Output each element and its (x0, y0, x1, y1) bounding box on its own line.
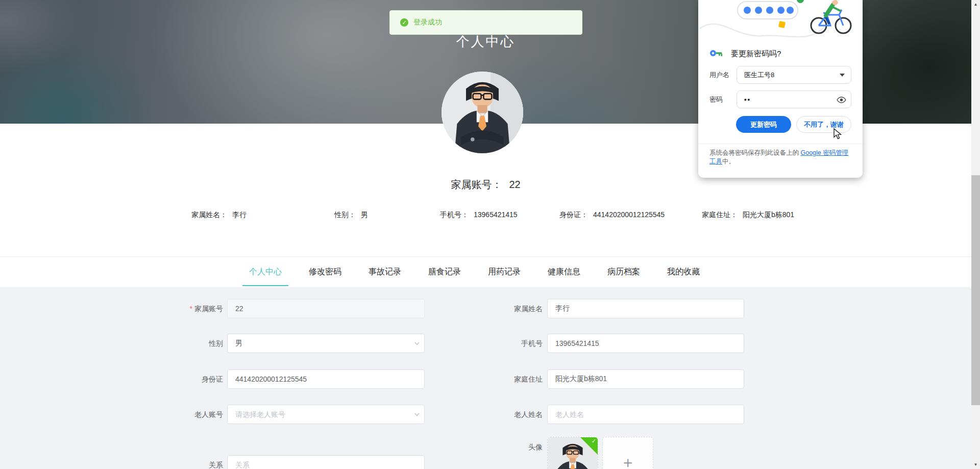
vertical-scrollbar[interactable]: ▲ ▼ (971, 0, 980, 469)
address-input[interactable] (547, 369, 744, 389)
label-relation: 关系 (153, 455, 223, 469)
personal-center-page: 个人中心 ✓ 登录成功 家属账号：22 家属姓名：李行 性别：男 (0, 0, 980, 469)
info-item-phone: 手机号：13965421415 (440, 210, 518, 220)
password-label: 密码 (709, 90, 723, 108)
label-address: 家庭住址 (470, 369, 543, 389)
avatar-portrait (442, 72, 523, 153)
gender-select[interactable] (227, 334, 425, 353)
scroll-up-arrow[interactable]: ▲ (971, 0, 980, 9)
mouse-cursor (834, 128, 843, 139)
label-gender: 性别 (153, 334, 223, 353)
login-success-toast: ✓ 登录成功 (389, 10, 582, 35)
info-item-idcard: 身份证：441420200012125545 (559, 210, 665, 220)
phone-input[interactable] (547, 334, 744, 353)
family-name-input[interactable] (547, 299, 744, 318)
idcard-input[interactable] (227, 369, 425, 389)
elder-name-input[interactable] (547, 405, 744, 424)
label-phone: 手机号 (470, 334, 543, 353)
scroll-down-arrow[interactable]: ▼ (971, 460, 980, 469)
profile-info-bar: 家属姓名：李行 性别：男 手机号：13965421415 身份证：4414202… (0, 210, 971, 221)
tab-accident-records[interactable]: 事故记录 (362, 257, 408, 286)
popup-footer: 系统会将密码保存到此设备上的 Google 密码管理工具中。 (709, 149, 854, 166)
required-asterisk: * (190, 304, 192, 313)
tab-change-password[interactable]: 修改密码 (302, 257, 348, 286)
username-label: 用户名 (709, 66, 729, 84)
chrome-password-update-popup: 要更新密码吗? 用户名 医生工号8 密码 •• 更新密码 不用了，谢谢 系统会将… (698, 0, 863, 178)
password-illustration (698, 0, 863, 41)
key-icon (709, 49, 724, 57)
relation-input[interactable] (227, 455, 425, 469)
success-check-icon: ✓ (400, 18, 408, 27)
popup-title: 要更新密码吗? (731, 49, 781, 59)
dropdown-caret-icon[interactable] (840, 74, 845, 77)
scrollbar-thumb[interactable] (971, 175, 980, 405)
popup-divider (698, 144, 863, 144)
update-password-button[interactable]: 更新密码 (736, 116, 791, 133)
upload-check-icon: ✓ (592, 438, 596, 444)
label-idcard: 身份证 (153, 369, 223, 389)
label-elder-account: 老人账号 (153, 405, 223, 424)
info-item-gender: 性别：男 (334, 210, 368, 220)
uploaded-avatar-thumbnail[interactable]: ✓ (547, 437, 598, 469)
tab-medication-records[interactable]: 用药记录 (481, 257, 527, 286)
tab-personal-center[interactable]: 个人中心 (242, 257, 288, 286)
label-family-name: 家属姓名 (470, 299, 543, 318)
password-field[interactable]: •• (737, 90, 851, 108)
decline-button[interactable]: 不用了，谢谢 (796, 116, 851, 133)
tab-bar: 个人中心 修改密码 事故记录 膳食记录 用药记录 健康信息 病历档案 我的收藏 (242, 257, 720, 287)
tab-health-info[interactable]: 健康信息 (541, 257, 587, 286)
info-item-name: 家属姓名：李行 (191, 210, 247, 220)
avatar-upload-button[interactable]: ＋ (602, 437, 653, 469)
username-field[interactable]: 医生工号8 (737, 66, 851, 84)
elder-account-select[interactable] (227, 405, 425, 424)
profile-avatar (442, 72, 523, 153)
account-label: 家属账号： (451, 179, 502, 190)
tab-medical-archive[interactable]: 病历档案 (601, 257, 647, 286)
account-number-line: 家属账号：22 (0, 178, 971, 192)
info-item-address: 家庭住址：阳光大厦b栋801 (702, 210, 794, 220)
account-value: 22 (509, 179, 520, 190)
eye-icon[interactable] (837, 95, 846, 105)
family-account-input[interactable] (227, 299, 425, 318)
tab-diet-records[interactable]: 膳食记录 (422, 257, 468, 286)
toast-message: 登录成功 (413, 18, 442, 27)
label-avatar-upload: 头像 (470, 437, 543, 457)
label-family-account: *家属账号 (153, 299, 223, 318)
plus-icon: ＋ (620, 452, 635, 469)
tab-favorites[interactable]: 我的收藏 (660, 257, 706, 286)
label-elder-name: 老人姓名 (470, 405, 543, 424)
